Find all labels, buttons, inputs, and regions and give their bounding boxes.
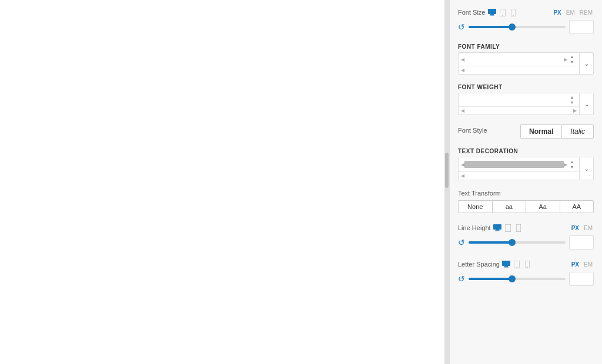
font-family-up[interactable]: ▲ — [567, 54, 577, 59]
font-family-left-arrow[interactable]: ◀ — [461, 57, 464, 62]
font-size-slider-thumb[interactable] — [509, 23, 516, 31]
font-weight-up[interactable]: ▲ — [567, 95, 577, 100]
font-family-bottom: ◀ — [459, 66, 579, 74]
line-height-unit-em[interactable]: EM — [583, 225, 594, 231]
letter-spacing-unit-px[interactable]: PX — [570, 261, 580, 268]
font-weight-bottom-right-arrow[interactable]: ▶ — [573, 108, 577, 113]
font-family-down[interactable]: ▼ — [567, 59, 577, 65]
line-height-unit-px[interactable]: PX — [570, 225, 580, 231]
text-decoration-label: TEXT DECORATION — [458, 148, 594, 154]
text-decoration-top: ◀ ▶ ▲ ▼ — [459, 157, 579, 171]
line-height-desktop-icon[interactable] — [493, 224, 501, 232]
font-style-label: Font Style — [458, 127, 487, 134]
font-weight-top: ▲ ▼ — [459, 93, 579, 106]
svg-rect-15 — [504, 266, 508, 267]
svg-rect-7 — [493, 224, 501, 230]
line-height-tablet-icon[interactable] — [504, 224, 512, 232]
svg-rect-0 — [488, 9, 496, 14]
font-style-normal-btn[interactable]: Normal — [520, 124, 561, 139]
letter-spacing-slider-thumb[interactable] — [509, 275, 516, 282]
font-size-slider-row: ↺ — [458, 20, 594, 34]
font-family-spinners: ▲ ▼ — [567, 54, 577, 65]
font-weight-down[interactable]: ▼ — [567, 100, 577, 105]
font-family-label: FONT FAMILY — [458, 43, 594, 50]
tablet-icon[interactable] — [499, 8, 507, 16]
letter-spacing-slider-row: ↺ — [458, 272, 594, 286]
transform-capitalize-btn[interactable]: Aa — [526, 200, 560, 213]
mobile-icon[interactable] — [509, 8, 517, 16]
transform-none-btn[interactable]: None — [458, 200, 492, 213]
font-weight-chevron[interactable]: ⌄ — [579, 93, 593, 114]
line-height-device-icons — [493, 224, 523, 232]
text-decoration-bottom: ◀ — [459, 171, 579, 180]
letter-spacing-mobile-icon[interactable] — [523, 260, 531, 268]
line-height-input[interactable] — [569, 235, 594, 250]
canvas — [0, 0, 444, 364]
text-decoration-bottom-arrow[interactable]: ◀ — [461, 173, 464, 178]
svg-rect-16 — [504, 267, 509, 268]
svg-rect-14 — [502, 261, 510, 266]
letter-spacing-slider[interactable] — [469, 278, 566, 280]
font-size-units: PX EM REM — [552, 9, 594, 16]
letter-spacing-units: PX EM — [570, 261, 594, 268]
unit-em[interactable]: EM — [565, 9, 576, 16]
text-transform-buttons: None aa Aa AA — [458, 200, 594, 213]
letter-spacing-label: Letter Spacing — [458, 261, 500, 268]
text-decoration-dropdown[interactable]: ◀ ▶ ▲ ▼ ◀ ⌄ — [458, 157, 594, 180]
font-style-italic-btn[interactable]: Italic — [561, 124, 594, 139]
font-weight-dropdown-inner: ▲ ▼ ◀ ▶ — [459, 93, 579, 114]
font-family-chevron[interactable]: ⌄ — [579, 53, 593, 74]
unit-rem[interactable]: REM — [578, 9, 594, 16]
font-weight-bottom-arrow[interactable]: ◀ — [461, 108, 464, 113]
font-family-top: ◀ ▶ ▲ ▼ — [459, 53, 579, 66]
svg-rect-9 — [495, 231, 500, 231]
scrollbar-thumb[interactable] — [445, 153, 449, 188]
svg-rect-1 — [490, 14, 494, 15]
transform-lowercase-btn[interactable]: aa — [492, 200, 526, 213]
line-height-slider[interactable] — [469, 241, 566, 244]
text-decoration-up[interactable]: ▲ — [567, 159, 577, 164]
scrollbar[interactable] — [444, 0, 449, 364]
svg-point-13 — [518, 230, 519, 231]
font-weight-dropdown[interactable]: ▲ ▼ ◀ ▶ ⌄ — [458, 93, 594, 115]
font-weight-label: FONT WEIGHT — [458, 84, 594, 90]
text-decoration-fill — [464, 161, 564, 168]
font-size-input[interactable] — [569, 20, 594, 34]
text-decoration-spinners: ▲ ▼ — [567, 159, 577, 170]
font-family-bottom-arrow[interactable]: ◀ — [461, 68, 464, 73]
letter-spacing-desktop-icon[interactable] — [502, 260, 510, 268]
font-size-label: Font Size — [458, 9, 485, 16]
font-weight-spinners: ▲ ▼ — [567, 95, 577, 105]
font-weight-section: FONT WEIGHT ▲ ▼ ◀ ▶ ⌄ — [458, 84, 594, 119]
text-decoration-chevron[interactable]: ⌄ — [579, 157, 593, 180]
font-family-dropdown[interactable]: ◀ ▶ ▲ ▼ ◀ ⌄ — [458, 52, 594, 75]
font-size-reset-icon[interactable]: ↺ — [458, 23, 465, 31]
font-size-slider[interactable] — [469, 26, 566, 28]
desktop-icon[interactable] — [488, 8, 496, 16]
svg-rect-8 — [496, 230, 499, 231]
letter-spacing-input[interactable] — [569, 272, 594, 286]
font-weight-bottom: ◀ ▶ — [459, 106, 579, 114]
line-height-slider-fill — [469, 241, 512, 244]
unit-px[interactable]: PX — [552, 9, 562, 16]
svg-point-6 — [513, 15, 513, 15]
line-height-reset-icon[interactable]: ↺ — [458, 238, 465, 247]
line-height-mobile-icon[interactable] — [514, 224, 523, 232]
letter-spacing-unit-em[interactable]: EM — [583, 261, 594, 268]
letter-spacing-tablet-icon[interactable] — [513, 260, 521, 268]
svg-point-4 — [502, 15, 503, 15]
font-family-section: FONT FAMILY ◀ ▶ ▲ ▼ ◀ ⌄ — [458, 43, 594, 78]
font-size-section: Font Size — [458, 7, 594, 38]
letter-spacing-reset-icon[interactable]: ↺ — [458, 275, 465, 283]
svg-rect-2 — [490, 15, 494, 16]
letter-spacing-device-icons — [502, 260, 531, 268]
line-height-units: PX EM — [570, 225, 594, 231]
font-style-buttons: Normal Italic — [520, 124, 594, 139]
svg-point-20 — [527, 267, 528, 267]
line-height-slider-thumb[interactable] — [509, 239, 516, 246]
font-size-slider-fill — [469, 26, 512, 28]
transform-uppercase-btn[interactable]: AA — [560, 200, 594, 213]
line-height-slider-row: ↺ — [458, 235, 594, 250]
text-decoration-down[interactable]: ▼ — [567, 164, 577, 170]
font-style-section: Font Style Normal Italic — [458, 124, 594, 142]
